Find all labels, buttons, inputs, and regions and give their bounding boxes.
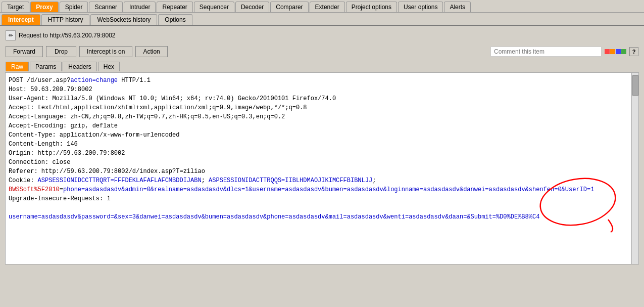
request-line-3: User-Agent: Mozilla/5.0 (Windows NT 10.0… [9, 94, 635, 103]
comment-input[interactable] [490, 47, 602, 57]
color-sq-green[interactable] [621, 49, 626, 54]
menu-tab-extender[interactable]: Extender [310, 2, 345, 12]
menu-tab-user-options[interactable]: User options [398, 2, 443, 12]
color-sq-orange[interactable] [610, 49, 615, 54]
action-button[interactable]: Action [135, 46, 167, 57]
drop-button[interactable]: Drop [46, 46, 76, 57]
menu-tab-repeater[interactable]: Repeater [157, 2, 192, 12]
color-sq-blue[interactable] [616, 49, 621, 54]
scrollbar[interactable] [631, 73, 638, 264]
sub-tab-http-history[interactable]: HTTP history [41, 14, 90, 25]
menu-tab-spider[interactable]: Spider [60, 2, 88, 12]
menu-tab-comparer[interactable]: Comparer [270, 2, 308, 12]
menu-tab-target[interactable]: Target [2, 2, 29, 12]
intercept-toggle-button[interactable]: Intercept is on [79, 46, 132, 57]
menu-tab-alerts[interactable]: Alerts [444, 2, 471, 12]
menu-tab-sequencer[interactable]: Sequencer [194, 2, 234, 12]
color-sq-red[interactable] [605, 49, 610, 54]
help-button[interactable]: ? [629, 47, 638, 56]
request-line-8: Content-Length: 146 [9, 140, 635, 149]
request-line-empty [9, 203, 635, 212]
format-tab-bar: Raw Params Headers Hex [3, 62, 641, 71]
sub-tab-options[interactable]: Options [158, 14, 192, 25]
sub-tab-websockets-history[interactable]: WebSockets history [90, 14, 157, 25]
sub-tab-bar: Intercept HTTP history WebSockets histor… [0, 13, 644, 26]
scrollbar-thumb[interactable] [632, 75, 638, 96]
request-line-11: Referer: http://59.63.200.79:8002/d/inde… [9, 167, 635, 176]
request-line-6: Accept-Encoding: gzip, deflate [9, 121, 635, 130]
action-bar: Forward Drop Intercept is on Action ? [3, 45, 641, 59]
request-line-1: POST /d/user.asp?action=change HTTP/1.1 [9, 76, 635, 85]
request-line-7: Content-Type: application/x-www-form-url… [9, 130, 635, 140]
menu-tab-scanner[interactable]: Scanner [89, 2, 123, 12]
request-line-2: Host: 59.63.200.79:8002 [9, 85, 635, 94]
main-area: ✏ Request to http://59.63.200.79:8002 Fo… [0, 26, 644, 267]
request-line-cookie: Cookie: ASPSESSIONIDCCTTRQRT=FFFDEKLAFAF… [9, 176, 635, 194]
color-squares [605, 49, 626, 54]
format-tab-params[interactable]: Params [30, 62, 62, 71]
request-line-4: Accept: text/html,application/xhtml+xml,… [9, 103, 635, 112]
pencil-icon[interactable]: ✏ [6, 30, 16, 40]
request-url: Request to http://59.63.200.79:8002 [19, 32, 115, 39]
request-header: ✏ Request to http://59.63.200.79:8002 [3, 28, 641, 42]
request-line-9: Origin: http://59.63.200.79:8002 [9, 149, 635, 158]
menu-tab-decoder[interactable]: Decoder [235, 2, 269, 12]
request-line-12: Upgrade-Insecure-Requests: 1 [9, 194, 635, 203]
menu-tab-project-options[interactable]: Project options [346, 2, 397, 12]
request-body[interactable]: POST /d/user.asp?action=change HTTP/1.1 … [5, 72, 639, 265]
forward-button[interactable]: Forward [6, 46, 43, 57]
sub-tab-intercept[interactable]: Intercept [2, 14, 40, 25]
menu-tab-intruder[interactable]: Intruder [124, 2, 156, 12]
format-tab-raw[interactable]: Raw [6, 62, 29, 71]
format-tab-hex[interactable]: Hex [98, 62, 120, 71]
request-line-5: Accept-Language: zh-CN,zh;q=0.8,zh-TW;q=… [9, 112, 635, 121]
request-line-body: username=asdasdasdv&password=&sex=3&danw… [9, 212, 635, 222]
menu-bar: Target Proxy Spider Scanner Intruder Rep… [0, 0, 644, 13]
menu-tab-proxy[interactable]: Proxy [30, 2, 58, 12]
format-tab-headers[interactable]: Headers [63, 62, 96, 71]
request-line-10: Connection: close [9, 158, 635, 167]
